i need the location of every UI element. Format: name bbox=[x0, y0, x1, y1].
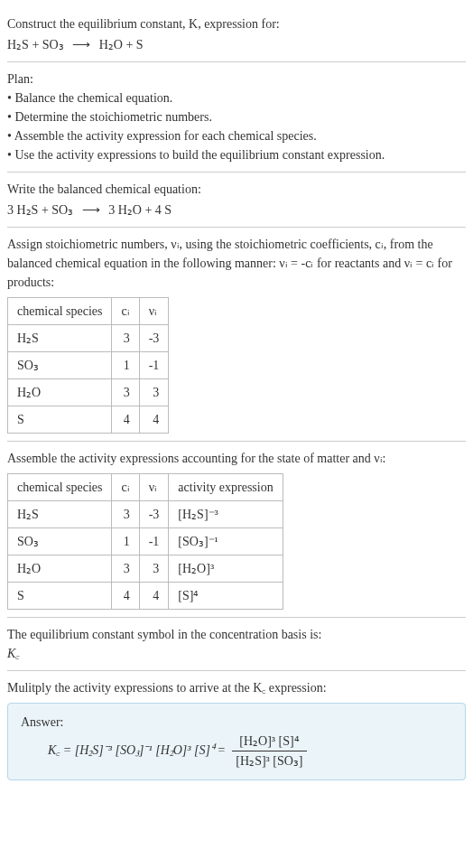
activity-table: chemical species cᵢ νᵢ activity expressi… bbox=[7, 473, 283, 610]
table-header-row: chemical species cᵢ νᵢ bbox=[8, 298, 169, 325]
prompt-line: Construct the equilibrium constant, K, e… bbox=[7, 17, 280, 31]
cell-vi: -1 bbox=[139, 352, 169, 379]
cell-ci: 3 bbox=[112, 501, 139, 528]
col-ci: cᵢ bbox=[112, 474, 139, 501]
col-vi: νᵢ bbox=[139, 474, 169, 501]
multiply-line: Mulitply the activity expressions to arr… bbox=[7, 678, 466, 697]
activity-section: Assemble the activity expressions accoun… bbox=[7, 442, 466, 618]
plan-bullet: • Use the activity expressions to build … bbox=[7, 145, 466, 164]
col-species: chemical species bbox=[8, 474, 112, 501]
balanced-equation: 3 H₂S + SO₃ ⟶ 3 H₂O + 4 S bbox=[7, 201, 466, 219]
plan-bullet: • Balance the chemical equation. bbox=[7, 89, 466, 107]
cell-species: H₂O bbox=[8, 555, 112, 583]
cell-ci: 3 bbox=[112, 555, 139, 583]
symbol-kc: K꜀ bbox=[7, 644, 466, 663]
balanced-left: 3 H₂S + SO₃ bbox=[7, 203, 73, 217]
cell-vi: 3 bbox=[139, 555, 169, 583]
cell-ci: 1 bbox=[112, 528, 139, 555]
plan-title: Plan: bbox=[7, 70, 466, 89]
table-row: H₂S 3 -3 [H₂S]⁻³ bbox=[8, 501, 283, 528]
prompt-section: Construct the equilibrium constant, K, e… bbox=[7, 7, 466, 62]
table-row: S 4 4 bbox=[8, 406, 169, 434]
plan-bullet: • Determine the stoichiometric numbers. bbox=[7, 107, 466, 126]
table-row: H₂O 3 3 [H₂O]³ bbox=[8, 555, 283, 583]
symbol-section: The equilibrium constant symbol in the c… bbox=[7, 618, 466, 671]
cell-ci: 1 bbox=[112, 352, 139, 379]
cell-species: H₂S bbox=[8, 501, 112, 528]
cell-vi: -1 bbox=[139, 528, 169, 555]
cell-species: SO₃ bbox=[8, 352, 112, 379]
stoich-section: Assign stoichiometric numbers, νᵢ, using… bbox=[7, 228, 466, 442]
cell-activity: [H₂O]³ bbox=[169, 555, 283, 583]
cell-species: H₂S bbox=[8, 325, 112, 352]
stoich-table: chemical species cᵢ νᵢ H₂S 3 -3 SO₃ 1 -1… bbox=[7, 297, 169, 434]
cell-activity: [SO₃]⁻¹ bbox=[169, 528, 283, 555]
col-species: chemical species bbox=[8, 298, 112, 325]
cell-species: H₂O bbox=[8, 379, 112, 406]
fraction-denominator: [H₂S]³ [SO₃] bbox=[232, 751, 306, 770]
cell-ci: 3 bbox=[112, 379, 139, 406]
eq-right: H₂O + S bbox=[99, 38, 144, 51]
answer-equation: K꜀ = [H₂S]⁻³ [SO₃]⁻¹ [H₂O]³ [S]⁴ = [H₂O]… bbox=[21, 732, 452, 770]
balanced-title: Write the balanced chemical equation: bbox=[7, 180, 466, 199]
symbol-line1: The equilibrium constant symbol in the c… bbox=[7, 625, 466, 644]
cell-vi: 4 bbox=[139, 406, 169, 434]
table-row: S 4 4 [S]⁴ bbox=[8, 583, 283, 610]
answer-box: Answer: K꜀ = [H₂S]⁻³ [SO₃]⁻¹ [H₂O]³ [S]⁴… bbox=[7, 703, 466, 780]
table-row: H₂O 3 3 bbox=[8, 379, 169, 406]
answer-label: Answer: bbox=[21, 713, 452, 732]
result-section: Mulitply the activity expressions to arr… bbox=[7, 671, 466, 788]
fraction-numerator: [H₂O]³ [S]⁴ bbox=[232, 732, 306, 751]
cell-vi: 4 bbox=[139, 583, 169, 610]
balanced-right: 3 H₂O + 4 S bbox=[108, 203, 172, 217]
cell-activity: [S]⁴ bbox=[169, 583, 283, 610]
balanced-section: Write the balanced chemical equation: 3 … bbox=[7, 173, 466, 228]
plan-section: Plan: • Balance the chemical equation. •… bbox=[7, 62, 466, 173]
activity-intro: Assemble the activity expressions accoun… bbox=[7, 449, 466, 468]
cell-ci: 4 bbox=[112, 406, 139, 434]
eq-left: H₂S + SO₃ bbox=[7, 38, 64, 51]
cell-ci: 4 bbox=[112, 583, 139, 610]
cell-vi: -3 bbox=[139, 325, 169, 352]
col-vi: νᵢ bbox=[139, 298, 169, 325]
prompt-text: Construct the equilibrium constant, K, e… bbox=[7, 14, 466, 33]
table-row: SO₃ 1 -1 [SO₃]⁻¹ bbox=[8, 528, 283, 555]
cell-ci: 3 bbox=[112, 325, 139, 352]
cell-vi: 3 bbox=[139, 379, 169, 406]
table-row: SO₃ 1 -1 bbox=[8, 352, 169, 379]
arrow-icon: ⟶ bbox=[77, 203, 106, 217]
cell-activity: [H₂S]⁻³ bbox=[169, 501, 283, 528]
cell-species: S bbox=[8, 406, 112, 434]
table-row: H₂S 3 -3 bbox=[8, 325, 169, 352]
cell-species: SO₃ bbox=[8, 528, 112, 555]
cell-vi: -3 bbox=[139, 501, 169, 528]
table-header-row: chemical species cᵢ νᵢ activity expressi… bbox=[8, 474, 283, 501]
col-ci: cᵢ bbox=[112, 298, 139, 325]
plan-bullet: • Assemble the activity expression for e… bbox=[7, 126, 466, 145]
unbalanced-equation: H₂S + SO₃ ⟶ H₂O + S bbox=[7, 35, 466, 54]
answer-fraction: [H₂O]³ [S]⁴ [H₂S]³ [SO₃] bbox=[232, 732, 306, 770]
col-activity: activity expression bbox=[169, 474, 283, 501]
answer-lhs: K꜀ = [H₂S]⁻³ [SO₃]⁻¹ [H₂O]³ [S]⁴ = bbox=[48, 743, 226, 757]
arrow-icon: ⟶ bbox=[67, 38, 96, 51]
stoich-intro: Assign stoichiometric numbers, νᵢ, using… bbox=[7, 235, 466, 292]
cell-species: S bbox=[8, 583, 112, 610]
